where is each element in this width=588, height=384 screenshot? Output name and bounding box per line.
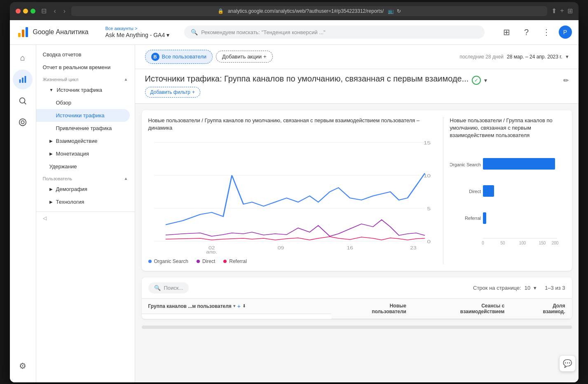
svg-text:0: 0	[482, 241, 484, 245]
maximize-button[interactable]	[30, 9, 35, 14]
monetization-arrow-icon: ▶	[49, 151, 53, 156]
col-sort-down-icon[interactable]: ⬇	[242, 303, 246, 309]
table-search[interactable]: 🔍 Поиск...	[148, 282, 189, 293]
more-options-button[interactable]: ⋮	[539, 25, 554, 40]
sidebar-item-retention[interactable]: Удержание	[36, 160, 135, 173]
sidebar-item-demographics[interactable]: ▶ Демография	[36, 183, 135, 195]
col-channel-add-button[interactable]: +	[237, 303, 241, 310]
cast-icon: 📺	[388, 8, 394, 14]
svg-rect-3	[19, 79, 21, 83]
add-action-button[interactable]: Добавить акции +	[216, 51, 273, 63]
sidebar-collapse-button[interactable]: ◁	[36, 212, 135, 224]
content-header: B Все пользователи Добавить акции + посл…	[135, 45, 579, 69]
title-dropdown-button[interactable]: ▾	[484, 77, 487, 84]
line-chart-svg: 15 10 5 0	[148, 138, 436, 254]
sidebar-item-overview[interactable]: Обзор	[36, 96, 135, 109]
add-action-plus-icon: +	[263, 54, 267, 60]
edit-report-button[interactable]: ✏	[563, 77, 569, 84]
all-users-segment-button[interactable]: B Все пользователи	[145, 50, 213, 64]
minimize-button[interactable]	[23, 9, 28, 14]
svg-text:Referral: Referral	[464, 216, 480, 221]
sidebar-item-technology[interactable]: ▶ Технология	[36, 195, 135, 208]
svg-point-6	[20, 98, 25, 103]
date-dropdown-button[interactable]: ▾	[566, 54, 569, 60]
col-sessions-label: Сеансы с взаимодействием	[460, 303, 505, 314]
logo-text: Google Аналитика	[33, 28, 89, 36]
summary-label: Сводка отчетов	[43, 51, 82, 58]
segment-icon: B	[151, 53, 159, 61]
svg-rect-28	[483, 212, 486, 224]
reload-icon[interactable]: ↻	[397, 8, 401, 14]
direct-label: Direct	[202, 258, 215, 264]
search-placeholder-text: Рекомендуем поискать: "Тенденция конверс…	[201, 29, 326, 35]
line-chart: 15 10 5 0	[148, 138, 436, 254]
sidebar-item-summary[interactable]: Сводка отчетов	[36, 48, 135, 61]
line-chart-title: Новые пользователи / Группа каналов по у…	[148, 117, 436, 132]
sidebar-item-realtime[interactable]: Отчет в реальном времени	[36, 61, 135, 74]
add-filter-plus-icon: +	[192, 89, 195, 95]
sidebar-item-engagement[interactable]: ▶ Взаимодействие	[36, 135, 135, 147]
svg-rect-26	[483, 158, 555, 170]
traffic-lights	[16, 9, 35, 14]
search-bar[interactable]: 🔍 Рекомендуем поискать: "Тенденция конве…	[184, 26, 484, 39]
table-search-placeholder: Поиск...	[164, 285, 183, 291]
svg-rect-1	[22, 30, 24, 37]
sidebar-item-traffic-source[interactable]: ▼ Источник трафика	[36, 84, 135, 96]
close-button[interactable]	[16, 9, 21, 14]
browser-chrome: ⊟ ‹ › 🔒 analytics.google.com/analytics/w…	[10, 2, 579, 20]
technology-arrow-icon: ▶	[49, 200, 53, 204]
feedback-button[interactable]: 💬	[559, 355, 576, 372]
avatar[interactable]: P	[559, 26, 572, 39]
header-actions: ⊞ ? ⋮ P	[499, 25, 572, 40]
svg-text:16: 16	[347, 246, 353, 251]
horizontal-scrollbar[interactable]	[142, 326, 572, 329]
nav-settings-button[interactable]: ⚙	[13, 356, 33, 376]
svg-text:150: 150	[539, 241, 546, 245]
chevron-down-icon: ▾	[166, 32, 169, 38]
grid-icon[interactable]: ⊞	[567, 7, 573, 15]
rows-per-page-chevron-icon[interactable]: ▾	[534, 285, 536, 291]
bar-chart-svg: Organic Search Direct Referral 0	[450, 146, 565, 253]
sidebar-toggle-button[interactable]: ⊟	[40, 6, 48, 16]
svg-text:50: 50	[500, 241, 505, 245]
nav-reports-button[interactable]	[13, 70, 33, 89]
sidebar-item-traffic-sources[interactable]: Источники трафика	[36, 109, 130, 122]
add-action-label: Добавить акции	[222, 54, 262, 60]
legend-item-organic: Organic Search	[148, 258, 188, 264]
back-button[interactable]: ‹	[52, 7, 58, 16]
nav-home-button[interactable]: ⌂	[13, 48, 33, 68]
svg-text:0: 0	[427, 239, 431, 244]
svg-point-8	[19, 119, 26, 126]
date-range: последние 28 дней 28 мар. – 24 апр. 2023…	[459, 54, 568, 60]
line-chart-area: Новые пользователи / Группа каналов по у…	[148, 117, 436, 264]
chart-section: Новые пользователи / Группа каналов по у…	[142, 110, 572, 271]
account-selector[interactable]: Ask Me Anything - GA4 ▾	[105, 32, 170, 38]
sidebar-item-attract[interactable]: Привлечение трафика	[36, 122, 135, 135]
svg-text:09: 09	[277, 246, 284, 251]
app-header: Google Аналитика Все аккаунты > Ask Me A…	[10, 20, 579, 45]
sidebar: Сводка отчетов Отчет в реальном времени …	[36, 45, 135, 382]
add-filter-button[interactable]: Добавить фильтр +	[145, 87, 200, 98]
help-icon-button[interactable]: ?	[519, 25, 534, 40]
breadcrumb-top[interactable]: Все аккаунты >	[105, 26, 170, 31]
main-layout: ⌂	[10, 45, 579, 382]
nav-advertising-button[interactable]	[13, 112, 33, 132]
share-icon[interactable]: ⬆	[551, 7, 557, 15]
table-search-icon: 🔍	[154, 285, 161, 291]
sidebar-section-user[interactable]: Пользователь ▲	[36, 173, 135, 183]
svg-rect-5	[25, 76, 26, 83]
col-channel-filter-button[interactable]: ▾	[233, 303, 236, 309]
new-tab-icon[interactable]: +	[560, 7, 564, 15]
filter-bar: Добавить фильтр +	[145, 87, 569, 102]
apps-icon-button[interactable]: ⊞	[499, 25, 514, 40]
svg-text:200: 200	[551, 241, 558, 245]
svg-rect-4	[22, 77, 23, 83]
sidebar-section-lifecycle[interactable]: Жизненный цикл ▲	[36, 74, 135, 84]
url-text: analytics.google.com/analytics/web/?auth…	[228, 8, 384, 14]
bar-chart-area: Новые пользователи / Группа каналов по у…	[450, 117, 565, 264]
nav-explore-button[interactable]	[13, 91, 33, 111]
col-channel-group: Группа каналов ...м пользователя ▾ + ⬇	[142, 299, 332, 314]
sidebar-item-monetization[interactable]: ▶ Монетизация	[36, 147, 135, 160]
forward-button[interactable]: ›	[62, 7, 67, 16]
url-bar[interactable]: 🔒 analytics.google.com/analytics/web/?au…	[71, 6, 547, 16]
